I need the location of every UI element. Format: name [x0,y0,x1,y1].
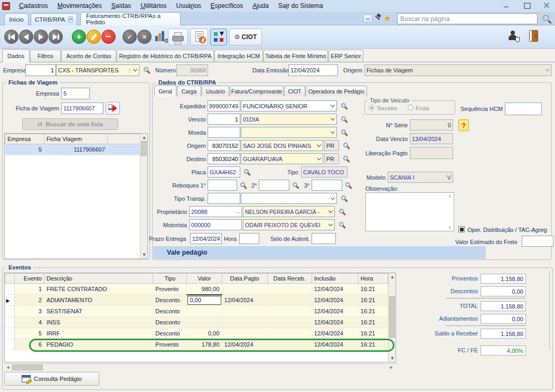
tipo-transp-combo[interactable] [241,193,337,204]
ctrb-tab-carga[interactable]: Carga [177,86,201,96]
tipo-transp-code-input[interactable] [208,193,240,204]
page-tab-integra-o-hcm[interactable]: Integração HCM [214,50,263,62]
moeda-code-input[interactable] [208,127,240,138]
ciot-button[interactable]: ⚙ CIOT [229,29,262,45]
eventos-hscrollbar[interactable]: ◂ ▸ [4,363,396,371]
reboque2-search-icon[interactable] [293,182,297,187]
moeda-search-icon[interactable] [341,129,346,134]
consulta-pedagio-button[interactable]: Consulta Pedágio [4,372,99,386]
ficha-viagem-input[interactable]: 1117906607 [61,102,104,114]
chart-icon[interactable]: ⚙ [155,30,167,43]
menu-item-sa-das[interactable]: Saídas [107,1,136,11]
fichas-col-empresa[interactable]: Empresa [5,134,44,144]
valor-estimado-input[interactable] [522,236,553,247]
eventos-row[interactable]: 6PEDAGIOProvento178,8012/04/202412/04/20… [5,339,388,350]
eventos-row[interactable]: 5IRRFDesconto0,0012/04/202416:21 [5,328,388,339]
page-tab-registro-de-hist-rico-do-ctrb-rpa[interactable]: Registro de Histórico do CTRB/RPA [117,50,214,62]
eventos-row[interactable]: 3SEST/SENATDesconto12/04/202416:21 [5,306,388,317]
vencto-combo[interactable]: 01DIA [241,114,337,125]
fichas-col-ficha[interactable]: Ficha Viagem [44,134,108,144]
ctrb-tab-geral[interactable]: Geral [154,85,176,97]
restore-button[interactable] [522,2,531,9]
nav-last-button[interactable] [49,30,63,44]
fichas-scrollbar[interactable]: ▲ ▼ [140,134,147,258]
export-ficha-button[interactable] [106,102,120,115]
menu-item-sair-do-sistema[interactable]: Sair do Sistema [274,1,328,11]
tab-close-icon[interactable]: ✕ [68,16,73,23]
doc-tab-1[interactable]: Início [4,13,29,25]
sequencia-hcm-input[interactable] [505,102,542,115]
eventos-vscrollbar[interactable]: ▲ ▼ [388,273,396,362]
ctrb-tab-fatura-comprovante[interactable]: Fatura/Comprovante [230,86,284,96]
flow-button[interactable] [210,29,227,45]
menu-item-utilit-rios[interactable]: Utilitários [136,1,171,11]
oper-dist-checkbox[interactable] [458,226,465,232]
eventos-col-inclus-o[interactable]: Inclusão [312,274,358,284]
eventos-col-hora[interactable]: Hora [358,274,388,284]
search-icon[interactable] [543,15,549,21]
reboque2-input[interactable] [259,180,289,191]
eventos-col-tipo[interactable]: Tipo [153,274,187,284]
user-permissions-icon[interactable] [508,31,520,42]
menu-item-espec-ficos[interactable]: Específicos [206,1,248,11]
eventos-row[interactable]: ▶2ADIANTAMENTODesconto0,0012/04/202412/0… [5,295,388,306]
motorista-combo[interactable]: ODAIR PEIXOTO DE QUEVEI [243,219,335,230]
ctrb-tab-ciot[interactable]: CIOT [284,86,305,96]
delete-button[interactable]: − [101,30,116,44]
reboque3-input[interactable] [312,180,342,191]
origem-city-combo[interactable]: SAO JOSE DOS PINHAIS [241,140,323,151]
selo-autent-input[interactable] [312,233,336,244]
empresa-search-icon[interactable] [144,67,148,72]
moeda-combo[interactable] [241,127,337,138]
menu-item-usu-rios[interactable]: Usuários [171,1,205,11]
motorista-search-icon[interactable] [339,222,344,227]
expedidor-combo[interactable]: FUNCIONÁRIO SENIOR [241,100,337,111]
destino-city-search-icon[interactable] [343,156,348,161]
cancel-button[interactable]: × [137,30,152,44]
prazo-entrega-input[interactable]: 12/04/2024 [190,233,222,244]
proprietario-search-icon[interactable] [339,209,344,213]
buscar-lista-button[interactable]: ⇄ Buscar de uma lista [22,118,118,130]
menu-item-movimenta-es[interactable]: Movimentações [53,1,107,11]
reboque1-search-icon[interactable] [240,182,245,187]
vencto-search-icon[interactable] [341,116,346,121]
exit-door-icon[interactable] [529,30,538,42]
radio-terceiro[interactable] [369,105,374,110]
data-emissao-input[interactable]: 12/04/2024 [288,64,338,76]
proprietario-code-input[interactable]: 20088- [189,206,242,217]
menu-item-ajuda[interactable]: Ajuda [248,1,274,11]
proprietario-combo[interactable]: NELSON PEREIRA GARCIA - [243,206,335,217]
page-tab-dados[interactable]: Dados [2,49,30,62]
observacao-scrollbar[interactable]: ∧∨ [447,194,453,230]
page-tab-filtros[interactable]: Filtros [30,50,61,62]
hora-input[interactable] [239,233,259,244]
empresa-combo[interactable]: CXS - TRANSPORTES : [56,64,139,76]
eventos-row[interactable]: 1FRETE CONTRATADOProvento980,0012/04/202… [5,284,388,295]
help-button[interactable]: ? [458,119,469,131]
ctrb-tab-usu-rio[interactable]: Usuário [202,86,229,96]
ctrb-tab-operadora-de-ped-gio[interactable]: Operadora de Pedágio [306,86,367,96]
favorite-star-icon[interactable]: ★ [384,14,391,22]
empresa-code-input[interactable]: 1 [25,64,56,76]
origem-code-input[interactable]: 83070152 [208,140,240,151]
destino-code-input[interactable]: 85030240 [208,153,240,164]
eventos-col-valor[interactable]: Valor [187,274,222,284]
motorista-code-input[interactable]: 000000 [189,219,242,230]
fichas-empresa-input[interactable]: 5 [61,88,90,99]
radio-frota[interactable] [408,105,413,110]
print-button[interactable] [168,29,188,45]
observacao-textarea[interactable]: ∧∨ [365,192,454,231]
expedidor-code-input[interactable]: 999000749 [208,100,240,111]
nav-prev-button[interactable] [19,30,33,44]
minimize-button[interactable] [502,2,511,9]
report-button[interactable] [190,29,208,45]
nav-next-button[interactable] [34,30,48,44]
tab-overflow-button[interactable] [363,14,372,23]
menu-item-cadastros[interactable]: Cadastros [14,1,53,11]
doc-tab-3[interactable]: Faturamento CTRB/RPAs a Pedido [80,12,181,25]
edit-button[interactable] [87,30,101,44]
close-button[interactable] [542,2,551,9]
eventos-row[interactable]: 4INSSDesconto12/04/202416:21 [5,317,388,328]
origem-city-search-icon[interactable] [343,143,348,147]
eventos-col-data-receb-[interactable]: Data Receb. [267,274,312,284]
